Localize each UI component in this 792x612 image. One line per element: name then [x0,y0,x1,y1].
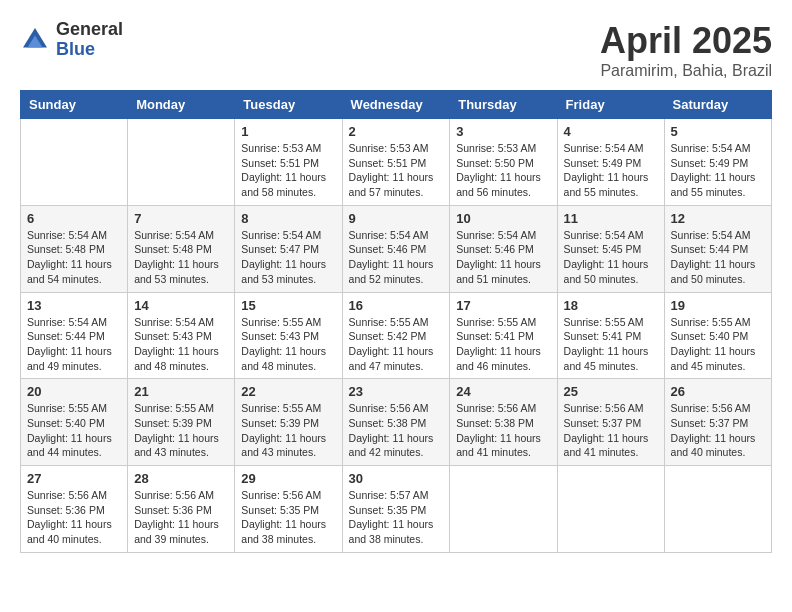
day-info: Sunrise: 5:53 AM Sunset: 5:51 PM Dayligh… [349,141,444,200]
calendar-header-row: SundayMondayTuesdayWednesdayThursdayFrid… [21,91,772,119]
calendar-cell: 29Sunrise: 5:56 AM Sunset: 5:35 PM Dayli… [235,466,342,553]
day-number: 8 [241,211,335,226]
calendar-cell: 10Sunrise: 5:54 AM Sunset: 5:46 PM Dayli… [450,205,557,292]
calendar-cell: 8Sunrise: 5:54 AM Sunset: 5:47 PM Daylig… [235,205,342,292]
day-info: Sunrise: 5:56 AM Sunset: 5:36 PM Dayligh… [134,488,228,547]
day-number: 26 [671,384,765,399]
day-info: Sunrise: 5:56 AM Sunset: 5:37 PM Dayligh… [564,401,658,460]
calendar-cell: 5Sunrise: 5:54 AM Sunset: 5:49 PM Daylig… [664,119,771,206]
day-number: 14 [134,298,228,313]
day-info: Sunrise: 5:55 AM Sunset: 5:39 PM Dayligh… [241,401,335,460]
day-number: 17 [456,298,550,313]
calendar-cell [557,466,664,553]
day-info: Sunrise: 5:54 AM Sunset: 5:47 PM Dayligh… [241,228,335,287]
day-info: Sunrise: 5:55 AM Sunset: 5:40 PM Dayligh… [27,401,121,460]
day-info: Sunrise: 5:54 AM Sunset: 5:44 PM Dayligh… [671,228,765,287]
day-number: 11 [564,211,658,226]
day-info: Sunrise: 5:54 AM Sunset: 5:49 PM Dayligh… [671,141,765,200]
day-info: Sunrise: 5:56 AM Sunset: 5:35 PM Dayligh… [241,488,335,547]
calendar-week-row: 20Sunrise: 5:55 AM Sunset: 5:40 PM Dayli… [21,379,772,466]
day-number: 29 [241,471,335,486]
header: General Blue April 2025 Paramirim, Bahia… [20,20,772,80]
day-header-sunday: Sunday [21,91,128,119]
day-number: 2 [349,124,444,139]
day-number: 24 [456,384,550,399]
day-number: 1 [241,124,335,139]
day-number: 25 [564,384,658,399]
day-info: Sunrise: 5:54 AM Sunset: 5:49 PM Dayligh… [564,141,658,200]
calendar-cell: 11Sunrise: 5:54 AM Sunset: 5:45 PM Dayli… [557,205,664,292]
day-header-friday: Friday [557,91,664,119]
logo-general-text: General [56,20,123,40]
calendar-cell [21,119,128,206]
day-number: 20 [27,384,121,399]
calendar-week-row: 13Sunrise: 5:54 AM Sunset: 5:44 PM Dayli… [21,292,772,379]
day-number: 21 [134,384,228,399]
day-info: Sunrise: 5:55 AM Sunset: 5:41 PM Dayligh… [564,315,658,374]
day-info: Sunrise: 5:56 AM Sunset: 5:37 PM Dayligh… [671,401,765,460]
day-number: 18 [564,298,658,313]
calendar-cell: 9Sunrise: 5:54 AM Sunset: 5:46 PM Daylig… [342,205,450,292]
location-title: Paramirim, Bahia, Brazil [600,62,772,80]
calendar-cell: 2Sunrise: 5:53 AM Sunset: 5:51 PM Daylig… [342,119,450,206]
month-title: April 2025 [600,20,772,62]
calendar-cell: 4Sunrise: 5:54 AM Sunset: 5:49 PM Daylig… [557,119,664,206]
calendar-cell: 13Sunrise: 5:54 AM Sunset: 5:44 PM Dayli… [21,292,128,379]
day-info: Sunrise: 5:56 AM Sunset: 5:38 PM Dayligh… [456,401,550,460]
day-info: Sunrise: 5:54 AM Sunset: 5:44 PM Dayligh… [27,315,121,374]
calendar-week-row: 27Sunrise: 5:56 AM Sunset: 5:36 PM Dayli… [21,466,772,553]
day-info: Sunrise: 5:54 AM Sunset: 5:45 PM Dayligh… [564,228,658,287]
day-info: Sunrise: 5:56 AM Sunset: 5:36 PM Dayligh… [27,488,121,547]
day-number: 16 [349,298,444,313]
calendar-cell [450,466,557,553]
calendar-cell [128,119,235,206]
title-area: April 2025 Paramirim, Bahia, Brazil [600,20,772,80]
day-number: 12 [671,211,765,226]
day-info: Sunrise: 5:57 AM Sunset: 5:35 PM Dayligh… [349,488,444,547]
calendar-cell: 26Sunrise: 5:56 AM Sunset: 5:37 PM Dayli… [664,379,771,466]
day-info: Sunrise: 5:53 AM Sunset: 5:50 PM Dayligh… [456,141,550,200]
calendar-cell: 3Sunrise: 5:53 AM Sunset: 5:50 PM Daylig… [450,119,557,206]
day-number: 5 [671,124,765,139]
day-number: 27 [27,471,121,486]
logo-text: General Blue [56,20,123,60]
day-header-monday: Monday [128,91,235,119]
calendar-cell: 6Sunrise: 5:54 AM Sunset: 5:48 PM Daylig… [21,205,128,292]
calendar-cell: 1Sunrise: 5:53 AM Sunset: 5:51 PM Daylig… [235,119,342,206]
day-number: 4 [564,124,658,139]
day-header-saturday: Saturday [664,91,771,119]
calendar-cell: 18Sunrise: 5:55 AM Sunset: 5:41 PM Dayli… [557,292,664,379]
day-number: 9 [349,211,444,226]
day-info: Sunrise: 5:54 AM Sunset: 5:46 PM Dayligh… [456,228,550,287]
calendar-cell: 25Sunrise: 5:56 AM Sunset: 5:37 PM Dayli… [557,379,664,466]
day-info: Sunrise: 5:53 AM Sunset: 5:51 PM Dayligh… [241,141,335,200]
day-info: Sunrise: 5:54 AM Sunset: 5:48 PM Dayligh… [134,228,228,287]
day-info: Sunrise: 5:55 AM Sunset: 5:41 PM Dayligh… [456,315,550,374]
day-info: Sunrise: 5:54 AM Sunset: 5:48 PM Dayligh… [27,228,121,287]
day-number: 10 [456,211,550,226]
day-number: 6 [27,211,121,226]
day-info: Sunrise: 5:54 AM Sunset: 5:46 PM Dayligh… [349,228,444,287]
calendar-cell: 16Sunrise: 5:55 AM Sunset: 5:42 PM Dayli… [342,292,450,379]
logo-icon [20,25,50,55]
day-header-tuesday: Tuesday [235,91,342,119]
day-info: Sunrise: 5:55 AM Sunset: 5:43 PM Dayligh… [241,315,335,374]
calendar-cell: 14Sunrise: 5:54 AM Sunset: 5:43 PM Dayli… [128,292,235,379]
calendar-cell: 22Sunrise: 5:55 AM Sunset: 5:39 PM Dayli… [235,379,342,466]
logo-blue-text: Blue [56,40,123,60]
day-info: Sunrise: 5:55 AM Sunset: 5:39 PM Dayligh… [134,401,228,460]
calendar-week-row: 6Sunrise: 5:54 AM Sunset: 5:48 PM Daylig… [21,205,772,292]
day-header-wednesday: Wednesday [342,91,450,119]
calendar-cell: 17Sunrise: 5:55 AM Sunset: 5:41 PM Dayli… [450,292,557,379]
calendar-cell: 30Sunrise: 5:57 AM Sunset: 5:35 PM Dayli… [342,466,450,553]
calendar-cell: 27Sunrise: 5:56 AM Sunset: 5:36 PM Dayli… [21,466,128,553]
day-number: 13 [27,298,121,313]
day-info: Sunrise: 5:55 AM Sunset: 5:40 PM Dayligh… [671,315,765,374]
day-header-thursday: Thursday [450,91,557,119]
calendar-cell: 23Sunrise: 5:56 AM Sunset: 5:38 PM Dayli… [342,379,450,466]
logo: General Blue [20,20,123,60]
day-number: 22 [241,384,335,399]
calendar-cell: 7Sunrise: 5:54 AM Sunset: 5:48 PM Daylig… [128,205,235,292]
calendar-cell: 24Sunrise: 5:56 AM Sunset: 5:38 PM Dayli… [450,379,557,466]
calendar-body: 1Sunrise: 5:53 AM Sunset: 5:51 PM Daylig… [21,119,772,553]
